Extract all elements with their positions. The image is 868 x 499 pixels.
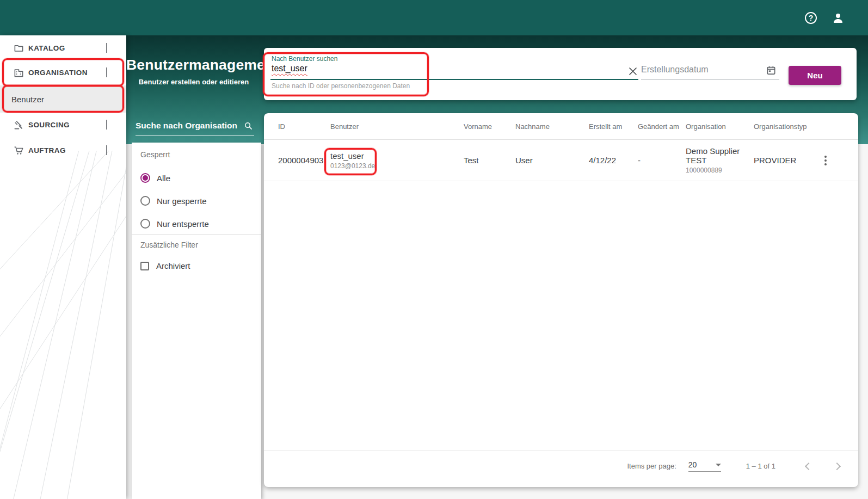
sidebar-subitem-label: Benutzer [11,95,44,104]
page-subtitle: Benutzer erstellen oder editieren [126,78,261,86]
column-header-benutzer: Benutzer [330,122,464,131]
user-search-helper: Suche nach ID oder personenbezogenen Dat… [272,82,410,90]
checkbox-unchecked-icon [140,262,149,270]
column-header-erstellt-am: Erstellt am [589,122,638,131]
column-header-organisation: Organisation [686,122,754,131]
sidebar-item-label: SOURCING [28,121,70,129]
cell-organisationstyp: PROVIDER [754,156,814,165]
sidebar-nav: KATALOG ORGANISATION Benutzer [0,35,126,499]
cell-geaendert-am: - [638,156,686,165]
dropdown-caret-icon [716,464,721,466]
sidebar-item-label: KATALOG [28,44,65,52]
chevron-up-icon [106,67,107,77]
organisation-search-field[interactable]: Suche nach Organisation [136,121,254,135]
radio-label: Nur gesperrte [157,196,207,206]
radio-option-alle[interactable]: Alle [140,173,170,183]
users-table-card: ID Benutzer Vorname Nachname Erstellt am… [264,113,858,487]
column-header-organisationstyp: Organisationstyp [754,122,814,131]
help-glyph: ? [805,12,817,24]
column-header-geaendert-am: Geändert am [638,122,686,131]
user-search-input[interactable]: test_user [272,64,307,73]
cart-icon [13,145,24,156]
radio-selected-icon [140,173,150,183]
cell-nachname: User [515,156,589,165]
radio-option-nur-gesperrte[interactable]: Nur gesperrte [140,196,207,206]
sidebar-subitem-benutzer[interactable]: Benutzer [0,85,126,113]
page-title: Benutzermanagement [126,57,261,73]
help-icon[interactable]: ? [804,11,818,25]
cell-vorname: Test [464,156,515,165]
sidebar-item-label: AUFTRAG [28,146,66,155]
search-icon [244,121,253,131]
page-size-select[interactable]: 20 [688,460,721,472]
organisation-icon [13,67,24,78]
page-size-value: 20 [688,460,697,469]
calendar-icon[interactable] [766,65,777,76]
locked-filter-label: Gesperrt [140,150,170,159]
sidebar-item-sourcing[interactable]: SOURCING [0,112,126,137]
person-icon[interactable] [831,11,845,25]
additional-filter-label: Zusätzliche Filter [140,241,198,249]
cell-organisation: Demo Supplier TEST 1000000889 [686,146,754,174]
items-per-page-label: Items per page: [627,462,676,470]
radio-unselected-icon [140,219,150,229]
column-header-vorname: Vorname [464,122,515,131]
top-bar: ? [0,0,868,35]
checkbox-label: Archiviert [156,261,190,270]
paginator-range: 1 – 1 of 1 [746,462,775,470]
sidebar-item-label: ORGANISATION [28,69,88,77]
cell-organisation-id: 1000000889 [686,167,754,174]
page-title-block: Benutzermanagement Benutzer erstellen od… [126,57,261,86]
organisation-search-placeholder: Suche nach Organisation [136,121,254,131]
folder-icon [13,42,24,53]
kebab-menu-icon[interactable] [819,154,832,167]
filter-panel: Gesperrt Alle Nur gesperrte Nur entsperr… [132,143,261,499]
building-background-image [0,151,126,499]
search-toolbar-card: Nach Benutzer suchen test_user Suche nac… [264,48,857,100]
table-row[interactable]: 2000004903 test_user 0123@0123.de Test U… [264,140,858,181]
cell-id: 2000004903 [264,156,330,165]
sidebar-item-organisation[interactable]: ORGANISATION [0,59,126,85]
cell-benutzer: test_user 0123@0123.de [330,151,464,170]
cell-actions [814,154,858,167]
archived-checkbox-row[interactable]: Archiviert [140,261,190,270]
table-header-row: ID Benutzer Vorname Nachname Erstellt am… [264,113,858,140]
user-search-label: Nach Benutzer suchen [272,55,337,63]
cell-benutzer-email: 0123@0123.de [330,162,464,170]
organisation-search-underline [136,135,254,135]
table-paginator: Items per page: 20 1 – 1 of 1 [264,451,858,481]
filter-divider [132,234,261,235]
next-page-icon[interactable] [830,459,844,473]
radio-label: Nur entsperrte [157,219,209,229]
sidebar-item-katalog[interactable]: KATALOG [0,35,126,60]
cell-organisation-name: Demo Supplier TEST [686,146,754,165]
creation-date-underline [641,79,779,79]
column-header-id: ID [264,122,330,131]
cell-erstellt-am: 4/12/22 [589,156,638,165]
new-user-button[interactable]: Neu [789,66,841,85]
creation-date-input[interactable]: Erstellungsdatum [641,65,709,75]
cell-benutzer-name: test_user [330,151,464,161]
clear-search-icon[interactable] [627,66,638,77]
previous-page-icon[interactable] [802,459,816,473]
chevron-down-icon [106,145,107,155]
radio-unselected-icon [140,196,150,206]
gavel-icon [13,119,24,130]
chevron-down-icon [106,43,107,53]
column-header-nachname: Nachname [515,122,589,131]
user-search-underline [270,79,638,80]
radio-option-nur-entsperrte[interactable]: Nur entsperrte [140,219,209,229]
app-root: ? be N eering [0,0,868,499]
radio-label: Alle [157,174,170,183]
chevron-down-icon [106,120,107,130]
sidebar-item-auftrag[interactable]: AUFTRAG [0,138,126,163]
